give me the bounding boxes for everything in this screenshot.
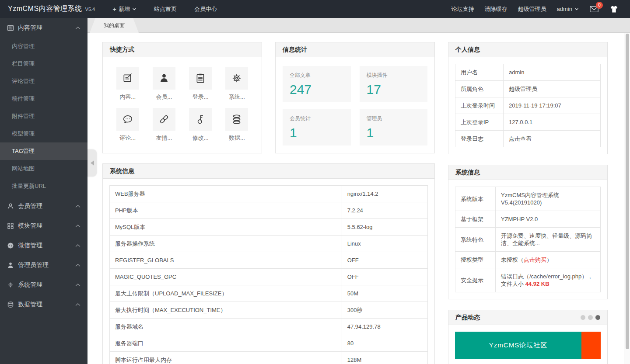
member-center-link[interactable]: 会员中心 — [194, 5, 217, 13]
stats-grid: 全部文章 247 模块插件 17 会员统计 1 管理员 — [276, 57, 434, 154]
sidebar-item-category-manage[interactable]: 栏目管理 — [0, 55, 88, 73]
add-new-button[interactable]: + 新增 — [112, 5, 136, 13]
info-value: 超级管理员 — [504, 81, 601, 97]
sidebar-group-system[interactable]: 系统管理 — [0, 275, 88, 295]
sidebar-group-admin[interactable]: 管理员管理 — [0, 255, 88, 275]
license-suffix: ） — [546, 257, 552, 263]
sidebar: 内容管理 内容管理 栏目管理 评论管理 稿件管理 附件管理 模型管理 TAG管理… — [0, 18, 88, 364]
shortcut-label: 内容... — [119, 93, 136, 101]
stat-members: 会员统计 1 — [283, 109, 351, 146]
shortcut-data-backup[interactable]: 数据... — [219, 108, 255, 142]
admin-icon — [7, 262, 14, 269]
shortcut-label: 友情... — [156, 134, 172, 142]
sidebar-group-content[interactable]: 内容管理 — [0, 18, 88, 38]
table-row: PHP版本7.2.24 — [110, 202, 428, 219]
info-value: OFF — [342, 252, 427, 269]
sidebar-item-batch-update-url[interactable]: 批量更新URL — [0, 177, 88, 195]
info-label: 服务器端口 — [110, 335, 342, 352]
clear-cache-link[interactable]: 清除缓存 — [485, 5, 508, 13]
tab-my-desktop[interactable]: 我的桌面 — [90, 18, 139, 33]
brand-version: V5.4 — [85, 7, 95, 12]
info-label: MySQL版本 — [110, 219, 342, 236]
sidebar-item-model-manage[interactable]: 模型管理 — [0, 125, 88, 142]
role-label: 超级管理员 — [518, 5, 546, 13]
stat-total-articles: 全部文章 247 — [283, 66, 351, 102]
content-icon — [7, 24, 14, 31]
buy-license-link[interactable]: 点击购买 — [524, 257, 546, 263]
promo-banner[interactable]: YzmCMS论坛社区 — [455, 332, 601, 359]
info-value: 128M — [342, 352, 427, 364]
site-home-link[interactable]: 站点首页 — [154, 5, 177, 13]
sidebar-item-content-manage[interactable]: 内容管理 — [0, 38, 88, 55]
theme-skin-button[interactable] — [609, 5, 619, 14]
info-label: 系统版本 — [455, 187, 496, 211]
table-row: 系统特色开源免费、速度快、轻量级、源码简洁、全能系统... — [455, 228, 601, 252]
carousel-dot[interactable] — [581, 315, 585, 320]
info-value: 50M — [342, 285, 427, 302]
sidebar-item-sitemap[interactable]: 网站地图 — [0, 160, 88, 177]
stat-label: 管理员 — [367, 115, 421, 122]
info-value: 2019-11-19 17:19:07 — [504, 97, 601, 114]
sidebar-group-member[interactable]: 会员管理 — [0, 196, 88, 216]
info-value: 127.0.0.1 — [504, 114, 601, 131]
table-row: 安全提示 错误日志（/cache/error_log.php）， 文件大小 44… — [455, 268, 601, 292]
info-label: MAGIC_QUOTES_GPC — [110, 269, 342, 285]
stat-module-plugins: 模块插件 17 — [360, 66, 428, 102]
info-label: 用户名 — [455, 64, 504, 81]
card-title: 快捷方式 — [103, 42, 262, 57]
info-value: 7.2.24 — [342, 202, 427, 219]
add-new-label: 新增 — [119, 5, 130, 13]
shortcut-member[interactable]: 会员... — [146, 67, 182, 101]
shortcut-change-password[interactable]: 修改... — [182, 108, 219, 142]
forum-support-link[interactable]: 论坛支持 — [452, 5, 474, 13]
shortcut-comment[interactable]: 评论... — [109, 108, 146, 142]
shortcut-label: 会员... — [156, 93, 172, 101]
shortcut-login-log[interactable]: 登录... — [182, 67, 219, 101]
login-log-icon — [189, 67, 212, 90]
login-log-link[interactable]: 点击查看 — [504, 131, 601, 147]
table-row: 服务器域名47.94.129.78 — [110, 319, 428, 335]
mail-button[interactable]: 0 — [589, 5, 599, 14]
sidebar-collapse-handle[interactable] — [88, 149, 97, 177]
sidebar-item-attachment-manage[interactable]: 附件管理 — [0, 107, 88, 125]
carousel-dot-active[interactable] — [595, 315, 600, 320]
table-row: 用户名admin — [455, 64, 601, 81]
card-title: 个人信息 — [448, 42, 607, 57]
info-value: nginx/1.14.2 — [342, 186, 427, 202]
product-news-card: 产品动态 YzmCMS论坛社区 — [448, 310, 608, 364]
info-value: 80 — [342, 335, 427, 352]
chevron-up-icon — [75, 26, 80, 30]
username-label: admin — [557, 6, 572, 12]
module-icon — [7, 222, 14, 229]
sidebar-item-comment-manage[interactable]: 评论管理 — [0, 73, 88, 90]
stat-value: 247 — [290, 82, 344, 97]
vertical-scrollbar — [624, 33, 630, 364]
sidebar-item-draft-manage[interactable]: 稿件管理 — [0, 90, 88, 107]
shortcut-content[interactable]: 内容... — [109, 67, 146, 101]
shortcuts-grid: 内容... 会员... 登录... — [103, 57, 262, 149]
info-label: 安全提示 — [455, 268, 496, 292]
info-value: 300秒 — [342, 302, 427, 319]
sidebar-group-data[interactable]: 数据管理 — [0, 295, 88, 314]
info-value: OFF — [342, 269, 427, 285]
info-label: 最大上传限制（UPLOAD_MAX_FILESIZE） — [110, 285, 342, 302]
carousel-dot[interactable] — [588, 315, 593, 320]
shortcut-system-settings[interactable]: 系统... — [219, 67, 255, 101]
info-label: 授权类型 — [455, 252, 496, 268]
table-row: 最大执行时间（MAX_EXECUTION_TIME）300秒 — [110, 302, 428, 319]
table-row: 最大上传限制（UPLOAD_MAX_FILESIZE）50M — [110, 285, 428, 302]
user-dropdown[interactable]: admin — [557, 6, 579, 12]
member-icon — [7, 203, 14, 210]
scrollbar-thumb[interactable] — [626, 34, 629, 349]
sidebar-item-tag-manage[interactable]: TAG管理 — [0, 142, 88, 160]
sidebar-group-module[interactable]: 模块管理 — [0, 216, 88, 236]
table-row: 服务器操作系统Linux — [110, 236, 428, 252]
comment-icon — [116, 108, 139, 131]
info-label: 脚本运行占用最大内存 — [110, 352, 342, 364]
license-prefix: 未授权（ — [501, 257, 524, 263]
stat-value: 1 — [367, 125, 421, 140]
shortcut-friend-link[interactable]: 友情... — [146, 108, 182, 142]
shortcut-label: 评论... — [119, 134, 136, 142]
chevron-up-icon — [75, 224, 80, 228]
sidebar-group-wechat[interactable]: 微信管理 — [0, 236, 88, 255]
